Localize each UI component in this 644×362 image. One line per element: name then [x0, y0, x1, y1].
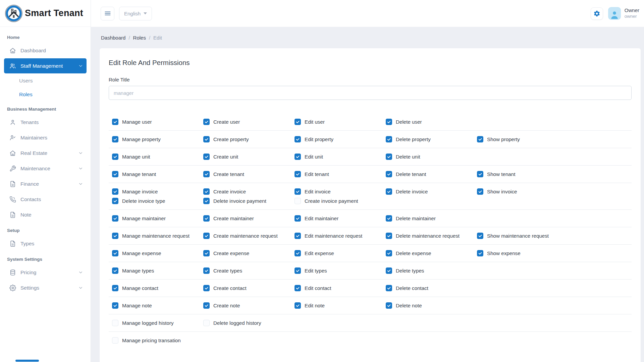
- checkbox-checked-icon[interactable]: [112, 250, 118, 256]
- checkbox-checked-icon[interactable]: [477, 136, 483, 142]
- permission-create-maintainer[interactable]: Create maintainer: [203, 215, 294, 222]
- sidebar-item-pricing[interactable]: Pricing: [4, 265, 87, 280]
- checkbox-checked-icon[interactable]: [386, 188, 392, 195]
- permission-delete-tenant[interactable]: Delete tenant: [386, 171, 477, 177]
- user-avatar[interactable]: [608, 7, 621, 20]
- permission-manage-maintainer[interactable]: Manage maintainer: [112, 215, 203, 222]
- permission-delete-maintenance-request[interactable]: Delete maintenance request: [386, 233, 477, 239]
- sidebar-item-real-estate[interactable]: Real Estate: [4, 145, 87, 161]
- permission-delete-contact[interactable]: Delete contact: [386, 285, 477, 291]
- checkbox-checked-icon[interactable]: [294, 302, 301, 309]
- checkbox-checked-icon[interactable]: [386, 267, 392, 274]
- permission-delete-types[interactable]: Delete types: [386, 267, 477, 274]
- checkbox-checked-icon[interactable]: [203, 302, 210, 309]
- permission-manage-contact[interactable]: Manage contact: [112, 285, 203, 291]
- permission-edit-invoice[interactable]: Edit invoice: [294, 188, 386, 195]
- permission-edit-expense[interactable]: Edit expense: [294, 250, 386, 256]
- permission-delete-expense[interactable]: Delete expense: [386, 250, 477, 256]
- permission-edit-types[interactable]: Edit types: [294, 267, 386, 274]
- checkbox-checked-icon[interactable]: [386, 285, 392, 291]
- permission-delete-invoice-type[interactable]: Delete invoice type: [112, 198, 203, 204]
- permission-edit-note[interactable]: Edit note: [294, 302, 386, 309]
- checkbox-checked-icon[interactable]: [294, 171, 301, 177]
- checkbox-checked-icon[interactable]: [294, 267, 301, 274]
- permission-edit-property[interactable]: Edit property: [294, 136, 386, 142]
- permission-show-expense[interactable]: Show expense: [477, 250, 568, 256]
- permission-delete-property[interactable]: Delete property: [386, 136, 477, 142]
- permission-manage-types[interactable]: Manage types: [112, 267, 203, 274]
- permission-manage-logged-history[interactable]: Manage logged history: [112, 320, 203, 326]
- permission-delete-invoice[interactable]: Delete invoice: [386, 188, 477, 195]
- checkbox-checked-icon[interactable]: [386, 250, 392, 256]
- permission-create-maintenance-request[interactable]: Create maintenance request: [203, 233, 294, 239]
- permission-delete-invoice-payment[interactable]: Delete invoice payment: [203, 198, 294, 204]
- permission-manage-user[interactable]: Manage user: [112, 119, 203, 125]
- checkbox-checked-icon[interactable]: [203, 119, 210, 125]
- permission-manage-maintenance-request[interactable]: Manage maintenance request: [112, 233, 203, 239]
- checkbox-checked-icon[interactable]: [477, 171, 483, 177]
- checkbox-checked-icon[interactable]: [386, 233, 392, 239]
- checkbox-checked-icon[interactable]: [112, 188, 118, 195]
- checkbox-checked-icon[interactable]: [477, 188, 483, 195]
- permission-create-user[interactable]: Create user: [203, 119, 294, 125]
- user-block[interactable]: Owner owner: [625, 7, 639, 19]
- permission-delete-unit[interactable]: Delete unit: [386, 154, 477, 160]
- checkbox-checked-icon[interactable]: [294, 215, 301, 222]
- sidebar-subitem-roles[interactable]: Roles: [0, 87, 91, 101]
- checkbox-checked-icon[interactable]: [203, 233, 210, 239]
- permission-edit-unit[interactable]: Edit unit: [294, 154, 386, 160]
- permission-create-unit[interactable]: Create unit: [203, 154, 294, 160]
- permission-show-property[interactable]: Show property: [477, 136, 568, 142]
- permission-create-types[interactable]: Create types: [203, 267, 294, 274]
- checkbox-checked-icon[interactable]: [203, 215, 210, 222]
- sidebar-item-maintainers[interactable]: Maintainers: [4, 130, 87, 145]
- permission-delete-user[interactable]: Delete user: [386, 119, 477, 125]
- sidebar-item-maintenance[interactable]: Maintenance: [4, 161, 87, 176]
- settings-button[interactable]: [591, 7, 603, 20]
- permission-create-contact[interactable]: Create contact: [203, 285, 294, 291]
- checkbox-checked-icon[interactable]: [294, 233, 301, 239]
- checkbox-checked-icon[interactable]: [203, 267, 210, 274]
- permission-manage-note[interactable]: Manage note: [112, 302, 203, 309]
- checkbox-checked-icon[interactable]: [294, 136, 301, 142]
- checkbox-checked-icon[interactable]: [294, 250, 301, 256]
- permission-manage-unit[interactable]: Manage unit: [112, 154, 203, 160]
- sidebar-scrollbar-thumb[interactable]: [15, 360, 39, 362]
- checkbox-checked-icon[interactable]: [112, 136, 118, 142]
- checkbox-checked-icon[interactable]: [294, 285, 301, 291]
- permission-edit-maintainer[interactable]: Edit maintainer: [294, 215, 386, 222]
- breadcrumb-roles[interactable]: Roles: [133, 35, 146, 41]
- permission-edit-tenant[interactable]: Edit tenant: [294, 171, 386, 177]
- checkbox-checked-icon[interactable]: [112, 302, 118, 309]
- permission-create-note[interactable]: Create note: [203, 302, 294, 309]
- permission-delete-note[interactable]: Delete note: [386, 302, 477, 309]
- checkbox-checked-icon[interactable]: [386, 171, 392, 177]
- checkbox-checked-icon[interactable]: [112, 171, 118, 177]
- permission-edit-user[interactable]: Edit user: [294, 119, 386, 125]
- checkbox-checked-icon[interactable]: [386, 136, 392, 142]
- checkbox-checked-icon[interactable]: [294, 154, 301, 160]
- checkbox-checked-icon[interactable]: [203, 198, 210, 204]
- sidebar-item-dashboard[interactable]: Dashboard: [4, 43, 87, 58]
- checkbox-checked-icon[interactable]: [112, 198, 118, 204]
- sidebar-item-tenants[interactable]: Tenants: [4, 115, 87, 130]
- checkbox-checked-icon[interactable]: [112, 267, 118, 274]
- checkbox-checked-icon[interactable]: [112, 285, 118, 291]
- checkbox-checked-icon[interactable]: [294, 188, 301, 195]
- permission-manage-invoice[interactable]: Manage invoice: [112, 188, 203, 195]
- permission-create-invoice[interactable]: Create invoice: [203, 188, 294, 195]
- sidebar-item-settings[interactable]: Settings: [4, 280, 87, 295]
- permission-manage-pricing-transation[interactable]: Manage pricing transation: [112, 337, 203, 344]
- checkbox-checked-icon[interactable]: [112, 119, 118, 125]
- sidebar-item-types[interactable]: Types: [4, 236, 87, 251]
- checkbox-checked-icon[interactable]: [203, 250, 210, 256]
- checkbox-checked-icon[interactable]: [386, 119, 392, 125]
- permission-create-invoice-payment[interactable]: Create invoice payment: [294, 198, 386, 204]
- sidebar-item-finance[interactable]: Finance: [4, 176, 87, 191]
- sidebar-item-note[interactable]: Note: [4, 207, 87, 222]
- permission-edit-contact[interactable]: Edit contact: [294, 285, 386, 291]
- checkbox-unchecked-icon[interactable]: [203, 320, 210, 326]
- permission-manage-expense[interactable]: Manage expense: [112, 250, 203, 256]
- checkbox-checked-icon[interactable]: [203, 136, 210, 142]
- permission-show-invoice[interactable]: Show invoice: [477, 188, 568, 195]
